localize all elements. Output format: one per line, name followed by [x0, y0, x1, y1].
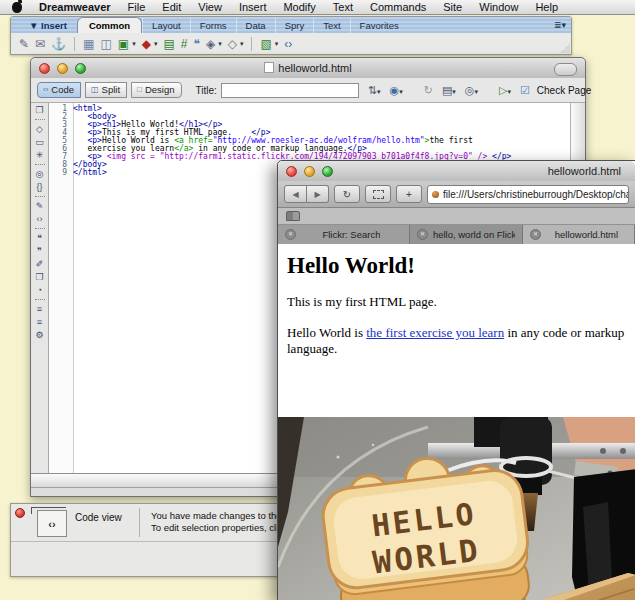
insert-tab-layout[interactable]: Layout: [142, 18, 190, 33]
templates-dropdown-icon[interactable]: ▾: [275, 40, 279, 48]
menu-window[interactable]: Window: [479, 1, 518, 13]
coding-toolbar-divider: [35, 299, 45, 301]
images-dropdown-icon[interactable]: ▾: [132, 40, 136, 48]
bookmarks-bar[interactable]: [278, 208, 635, 225]
insert-tab-common[interactable]: Common: [77, 17, 142, 33]
line-number: 5: [49, 137, 73, 145]
collapse-full-tag-icon[interactable]: ◇: [36, 125, 43, 134]
close-button[interactable]: [286, 166, 297, 177]
insert-div-icon[interactable]: ◫: [100, 37, 111, 51]
select-parent-tag-icon[interactable]: ◎: [36, 170, 44, 179]
address-bar[interactable]: file:///Users/christineburrough/Desktop/…: [427, 185, 629, 204]
recent-snippets-icon[interactable]: ❐: [35, 273, 43, 282]
safari-window-title: helloworld.html: [548, 161, 621, 181]
open-documents-icon[interactable]: ❐: [35, 106, 43, 115]
safari-toolbar: ◀ ▶ ↻ + file:///Users/christineburrough/…: [278, 181, 635, 208]
close-button[interactable]: [39, 63, 50, 74]
menu-site[interactable]: Site: [443, 1, 462, 13]
comment-icon[interactable]: ❝: [193, 37, 199, 51]
date-icon[interactable]: ▤: [163, 37, 174, 51]
insert-tab-forms[interactable]: Forms: [190, 18, 236, 33]
safari-tab[interactable]: ✕hello, world on Flickr - ...: [410, 225, 523, 244]
minimize-button[interactable]: [304, 166, 315, 177]
hyperlink-icon[interactable]: ✎: [19, 37, 29, 51]
format-source-icon[interactable]: ⚙: [35, 331, 43, 340]
templates-icon[interactable]: ▧: [260, 37, 271, 51]
panel-resize-grip[interactable]: [560, 43, 570, 53]
collapse-selection-icon[interactable]: ▭: [35, 138, 44, 147]
highlight-invalid-code-icon[interactable]: ‹›: [37, 215, 43, 224]
head-dropdown-icon[interactable]: ▾: [218, 40, 222, 48]
safari-tab[interactable]: ✕helloworld.html: [523, 225, 635, 244]
zoom-button[interactable]: [322, 166, 333, 177]
file-management-icon[interactable]: ⇅▾: [368, 84, 381, 97]
wrap-tag-icon[interactable]: ✐: [36, 260, 44, 269]
tab-close-icon[interactable]: ✕: [417, 229, 428, 240]
menu-edit[interactable]: Edit: [162, 1, 181, 13]
reload-button[interactable]: ↻: [334, 185, 360, 203]
head-icon[interactable]: ◈: [206, 37, 215, 51]
email-link-icon[interactable]: ✉: [35, 37, 45, 51]
tab-close-icon[interactable]: ✕: [530, 229, 541, 240]
check-page-button[interactable]: Check Page: [537, 85, 591, 96]
remove-comment-icon[interactable]: ❞: [37, 247, 42, 256]
preview-in-browser-icon[interactable]: ◉▾: [390, 84, 403, 97]
refresh-icon[interactable]: ↻: [424, 84, 433, 97]
server-include-icon[interactable]: #: [181, 37, 188, 51]
tag-chooser-icon[interactable]: ‹›: [284, 37, 292, 51]
balance-braces-icon[interactable]: {}: [36, 183, 42, 192]
document-toolbar: ‹›Code ◫Split □Design Title: ⇅▾ ◉▾ ↻ ▤▾ …: [31, 78, 585, 103]
properties-mode-label: Code view: [75, 512, 122, 523]
view-options-icon[interactable]: ▤▾: [442, 84, 456, 97]
title-input[interactable]: [221, 83, 359, 98]
script-dropdown-icon[interactable]: ▾: [240, 40, 244, 48]
insert-tab-spry[interactable]: Spry: [275, 18, 314, 33]
menu-insert[interactable]: Insert: [239, 1, 267, 13]
web-clip-icon: [373, 190, 384, 199]
web-clip-button[interactable]: [365, 185, 391, 203]
safari-tab[interactable]: ✕Flickr: Search: [278, 225, 410, 244]
menu-help[interactable]: Help: [535, 1, 558, 13]
page-link[interactable]: the first exercise you learn: [366, 325, 504, 340]
menu-text[interactable]: Text: [333, 1, 353, 13]
apple-menu-icon[interactable]: [12, 2, 22, 13]
insert-panel-label[interactable]: ▼ Insert: [29, 20, 67, 31]
indent-code-icon[interactable]: ≡: [37, 305, 42, 314]
minimize-button[interactable]: [57, 63, 68, 74]
insert-tab-data[interactable]: Data: [236, 18, 275, 33]
media-icon[interactable]: ◆: [142, 37, 151, 51]
check-page-icon[interactable]: ☑: [520, 84, 530, 97]
insert-tab-text[interactable]: Text: [313, 18, 349, 33]
add-bookmark-button[interactable]: +: [396, 185, 422, 203]
menu-dreamweaver[interactable]: Dreamweaver: [39, 1, 111, 13]
design-view-button[interactable]: □Design: [131, 82, 181, 98]
menu-modify[interactable]: Modify: [283, 1, 315, 13]
insert-tab-favorites[interactable]: Favorites: [350, 18, 408, 33]
apply-comment-icon[interactable]: ❝: [37, 234, 42, 243]
zoom-button[interactable]: [75, 63, 86, 74]
toolbar-toggle-pill[interactable]: [554, 63, 577, 76]
menu-file[interactable]: File: [128, 1, 146, 13]
tab-close-icon[interactable]: ✕: [285, 229, 296, 240]
back-button[interactable]: ◀: [284, 185, 307, 203]
line-numbers-icon[interactable]: ✎: [36, 202, 44, 211]
code-view-button[interactable]: ‹›Code: [37, 82, 81, 98]
panel-menu-icon[interactable]: ≣▾: [554, 20, 566, 30]
script-icon[interactable]: ◇: [228, 37, 237, 51]
media-dropdown-icon[interactable]: ▾: [154, 40, 158, 48]
safari-title-bar[interactable]: helloworld.html: [278, 161, 635, 182]
forward-button[interactable]: ▶: [307, 185, 329, 203]
named-anchor-icon[interactable]: ⚓: [51, 37, 66, 51]
split-view-button[interactable]: ◫Split: [85, 82, 127, 98]
visual-aids-icon[interactable]: ◎▾: [465, 84, 478, 97]
menu-commands[interactable]: Commands: [370, 1, 426, 13]
move-css-icon[interactable]: ◔: [37, 286, 42, 295]
validate-markup-icon[interactable]: ▷▾: [499, 84, 511, 97]
menu-view[interactable]: View: [198, 1, 222, 13]
table-icon[interactable]: ▦: [83, 37, 94, 51]
dw-title-bar[interactable]: helloworld.html: [31, 58, 585, 79]
bookmarks-book-icon[interactable]: [286, 211, 300, 221]
outdent-code-icon[interactable]: ≡: [37, 318, 42, 327]
images-icon[interactable]: ▣: [118, 37, 129, 51]
expand-all-icon[interactable]: ✳: [36, 151, 44, 160]
